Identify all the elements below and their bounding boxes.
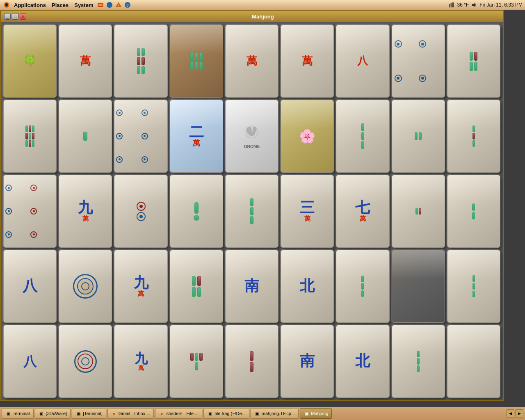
tile-3-1[interactable]: [59, 250, 112, 323]
panel-icon-2[interactable]: 🐾: [105, 1, 114, 9]
tile-0-8[interactable]: [447, 25, 500, 98]
panel-icon-1[interactable]: [96, 1, 105, 9]
taskbar-terminal-label: Terminal: [13, 411, 30, 416]
taskbar-expand: ◀ ▶: [506, 409, 523, 418]
svg-marker-13: [472, 3, 475, 7]
window-title: Mahjong: [26, 14, 500, 20]
tile-3-7[interactable]: [392, 250, 445, 323]
tile-3-6[interactable]: [336, 250, 389, 323]
tile-2-4[interactable]: [225, 175, 278, 248]
tile-3-5[interactable]: 北: [281, 250, 334, 323]
tile-3-2[interactable]: 九 萬: [114, 250, 167, 323]
taskbar-shaders[interactable]: ● shaders - File ...: [155, 408, 202, 419]
taskbar-expand-btn-2[interactable]: ▶: [515, 409, 523, 418]
tilefrag-icon: ▣: [207, 411, 213, 416]
taskbar-mahjongtf-label: mahjong.TF.cp...: [262, 411, 295, 416]
panel-icon-3[interactable]: !: [114, 1, 123, 9]
tile-4-6[interactable]: 北: [336, 325, 389, 398]
taskbar-terminal[interactable]: ▣ Terminal: [2, 408, 34, 419]
tile-3-3[interactable]: [170, 250, 223, 323]
tile-0-5[interactable]: 萬: [281, 25, 334, 98]
terminal2-icon: ▣: [75, 411, 81, 416]
panel-icon-4[interactable]: J: [123, 1, 132, 9]
tile-1-1[interactable]: [59, 100, 112, 173]
taskbar-3dxware[interactable]: ▣ [3DxWare]: [35, 408, 71, 419]
taskbar-mahjong[interactable]: ▣ Mahjong: [300, 408, 332, 419]
tile-4-3[interactable]: [170, 325, 223, 398]
svg-rect-10: [449, 4, 450, 7]
tile-1-7[interactable]: [392, 100, 445, 173]
taskbar-tilefrag-label: tile.frag (~/De...: [215, 411, 246, 416]
terminal-icon: ▣: [5, 411, 11, 416]
tile-gnome[interactable]: GNOME: [225, 100, 278, 173]
tile-0-6[interactable]: 八: [336, 25, 389, 98]
taskbar-mahjong-label: Mahjong: [311, 411, 328, 416]
svg-text:🐾: 🐾: [107, 3, 112, 7]
tile-4-4[interactable]: [225, 325, 278, 398]
taskbar-shaders-label: shaders - File ...: [166, 411, 199, 416]
tile-0-2[interactable]: [114, 25, 167, 98]
tile-3-0[interactable]: 八: [3, 250, 57, 323]
applications-menu[interactable]: Applications: [11, 1, 48, 9]
temperature-display: 36 °F: [457, 2, 469, 8]
taskbar-expand-btn-1[interactable]: ◀: [506, 409, 514, 418]
window-controls: _ □ ✕: [4, 13, 26, 20]
tile-2-5[interactable]: 三 萬: [281, 175, 334, 248]
tile-1-0[interactable]: [3, 100, 57, 173]
places-menu[interactable]: Places: [49, 1, 71, 9]
tile-0-4[interactable]: 萬: [225, 25, 278, 98]
tile-2-8[interactable]: [447, 175, 500, 248]
tile-2-1[interactable]: 九 萬: [59, 175, 112, 248]
taskbar: ▣ Terminal ▣ [3DxWare] ▣ [Terminal] ● Gm…: [0, 407, 525, 420]
tile-2-2[interactable]: [114, 175, 167, 248]
panel-right: 36 °F Fri Jan 11, 6:33 PM: [448, 2, 523, 8]
svg-rect-3: [98, 4, 103, 6]
tile-1-2[interactable]: [114, 100, 167, 173]
taskbar-tilefrag[interactable]: ▣ tile.frag (~/De...: [203, 408, 249, 419]
maximize-button[interactable]: □: [12, 13, 18, 20]
mahjong-icon: ▣: [304, 411, 309, 416]
svg-rect-11: [451, 3, 452, 7]
mahjong-window: _ □ ✕ Mahjong 🍀 萬: [0, 10, 504, 401]
minimize-button[interactable]: _: [4, 13, 11, 20]
tile-0-7[interactable]: [392, 25, 445, 98]
datetime-display: Fri Jan 11, 6:33 PM: [479, 2, 523, 8]
tile-4-7[interactable]: [392, 325, 445, 398]
tile-4-0[interactable]: 八: [3, 325, 57, 398]
tile-0-0[interactable]: 🍀: [3, 25, 57, 98]
tile-3-4[interactable]: 南: [225, 250, 278, 323]
volume-icon[interactable]: [471, 2, 477, 8]
tile-2-0[interactable]: [3, 175, 57, 248]
mahjongtf-icon: ▣: [254, 411, 260, 416]
tile-4-5[interactable]: 南: [281, 325, 334, 398]
tile-0-3[interactable]: [170, 25, 223, 98]
close-button[interactable]: ✕: [20, 13, 26, 20]
tile-2-6[interactable]: 七 萬: [336, 175, 389, 248]
game-area: 🍀 萬: [1, 22, 503, 400]
tile-0-1[interactable]: 萬: [59, 25, 112, 98]
firefox-icon[interactable]: [2, 1, 11, 9]
taskbar-gmail[interactable]: ● Gmail - Inbox ...: [107, 408, 154, 419]
svg-text:!: !: [118, 4, 119, 7]
network-icon: [448, 2, 454, 8]
tile-1-6[interactable]: [336, 100, 389, 173]
tile-4-8[interactable]: [447, 325, 500, 398]
window-titlebar[interactable]: _ □ ✕ Mahjong: [1, 11, 503, 22]
svg-point-17: [249, 132, 254, 136]
taskbar-terminal2[interactable]: ▣ [Terminal]: [72, 408, 106, 419]
tile-4-2[interactable]: 九 萬: [114, 325, 167, 398]
tile-1-3[interactable]: 二 萬: [170, 100, 223, 173]
svg-rect-12: [452, 2, 454, 7]
shaders-icon: ●: [159, 411, 164, 416]
tile-3-8[interactable]: [447, 250, 500, 323]
taskbar-mahjongtf[interactable]: ▣ mahjong.TF.cp...: [251, 408, 299, 419]
panel-left: Applications Places System 🐾 ! J: [2, 1, 132, 9]
tile-1-5[interactable]: 🌸: [281, 100, 334, 173]
system-menu[interactable]: System: [72, 1, 96, 9]
taskbar-terminal2-label: [Terminal]: [83, 411, 103, 416]
3dxware-icon: ▣: [39, 411, 44, 416]
tile-1-8[interactable]: [447, 100, 500, 173]
tile-2-7[interactable]: [392, 175, 445, 248]
tile-2-3[interactable]: [170, 175, 223, 248]
tile-4-1[interactable]: [59, 325, 112, 398]
